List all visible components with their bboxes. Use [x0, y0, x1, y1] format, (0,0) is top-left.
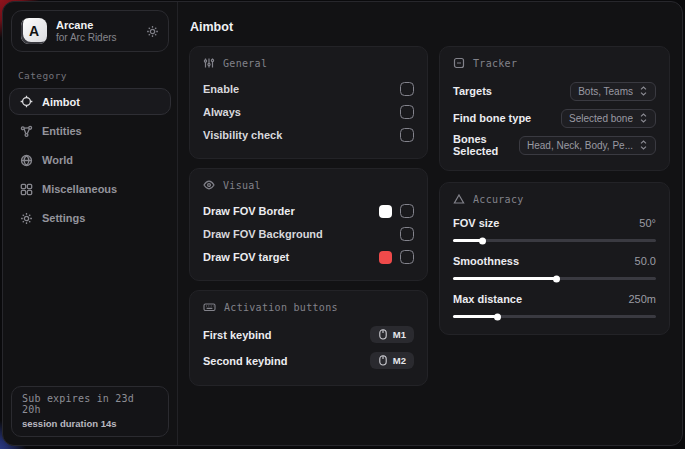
category-label: Category: [18, 70, 177, 81]
visual-section: Visual Draw FOV Border Draw FOV Backgrou…: [189, 168, 428, 281]
sidebar-item-label: Aimbot: [42, 96, 80, 108]
sidebar-item-label: Settings: [42, 212, 85, 224]
setting-label: Bones Selected: [453, 133, 519, 157]
brand-subtitle: for Arc Riders: [56, 32, 137, 44]
setting-label: Smoothness: [453, 255, 519, 267]
mouse-icon: [378, 329, 388, 340]
setting-row-find-bone-type: Find bone type Selected bone: [453, 105, 656, 131]
setting-row-first-keybind: First keybind M1: [203, 322, 414, 347]
setting-label: Targets: [453, 85, 492, 97]
gear-icon[interactable]: [146, 25, 159, 38]
setting-label: First keybind: [203, 329, 271, 341]
chevron-up-down-icon: [639, 140, 648, 150]
dropdown-value: Head, Neck, Body, Pe...: [527, 140, 633, 151]
slider-thumb[interactable]: [553, 275, 560, 282]
sidebar-item-label: World: [42, 154, 73, 166]
setting-label: Visibility check: [203, 129, 282, 141]
section-title: Tracker: [473, 58, 517, 69]
setting-label: Find bone type: [453, 112, 531, 124]
fov-size-slider[interactable]: [453, 239, 656, 242]
setting-row-enable: Enable: [203, 78, 414, 100]
sidebar: A Arcane for Arc Riders Category: [3, 2, 178, 445]
section-title: Activation buttons: [224, 302, 338, 313]
sidebar-item-label: Entities: [42, 125, 82, 137]
globe-icon: [20, 154, 33, 167]
enable-checkbox[interactable]: [400, 82, 414, 96]
app-window: A Arcane for Arc Riders Category: [2, 1, 683, 446]
slider-value: 250m: [628, 293, 656, 305]
fov-target-checkbox[interactable]: [400, 250, 414, 264]
setting-row-fov-background: Draw FOV Background: [203, 223, 414, 245]
setting-label: Draw FOV Background: [203, 228, 323, 240]
brand-card: A Arcane for Arc Riders: [11, 10, 169, 52]
setting-row-targets: Targets Bots, Teams: [453, 78, 656, 104]
sidebar-nav: Aimbot Entities World: [3, 88, 177, 234]
max-distance-slider-group: Max distance 250m: [453, 290, 656, 318]
sidebar-item-entities[interactable]: Entities: [9, 118, 171, 144]
smoothness-slider[interactable]: [453, 277, 656, 280]
grid-icon: [20, 183, 33, 196]
second-keybind-button[interactable]: M2: [370, 352, 414, 369]
first-keybind-button[interactable]: M1: [370, 326, 414, 343]
accuracy-section: Accuracy FOV size 50°: [439, 182, 670, 335]
mouse-icon: [378, 355, 388, 366]
triangle-icon: [453, 193, 465, 205]
bones-selected-dropdown[interactable]: Head, Neck, Body, Pe...: [519, 136, 656, 155]
setting-row-second-keybind: Second keybind M2: [203, 348, 414, 373]
chevron-up-down-icon: [639, 86, 648, 96]
sliders-icon: [203, 57, 215, 69]
setting-row-always: Always: [203, 101, 414, 123]
section-title: Visual: [223, 180, 261, 191]
setting-row-bones-selected: Bones Selected Head, Neck, Body, Pe...: [453, 132, 656, 158]
brand-name: Arcane: [56, 19, 137, 32]
fov-background-checkbox[interactable]: [400, 227, 414, 241]
sidebar-item-miscellaneous[interactable]: Miscellaneous: [9, 176, 171, 202]
subscription-card: Sub expires in 23d 20h session duration …: [11, 386, 169, 437]
color-swatch-red[interactable]: [379, 251, 392, 264]
keyboard-icon: [203, 301, 216, 313]
sidebar-item-aimbot[interactable]: Aimbot: [9, 88, 171, 115]
activation-section: Activation buttons First keybind M1: [189, 290, 428, 386]
always-checkbox[interactable]: [400, 105, 414, 119]
max-distance-slider[interactable]: [453, 315, 656, 318]
fov-border-checkbox[interactable]: [400, 204, 414, 218]
setting-label: Draw FOV target: [203, 251, 289, 263]
setting-label: FOV size: [453, 217, 499, 229]
chevron-up-down-icon: [639, 113, 648, 123]
crosshair-icon: [20, 95, 33, 108]
main-content: Aimbot General: [178, 2, 682, 445]
setting-label: Always: [203, 106, 241, 118]
setting-label: Second keybind: [203, 355, 287, 367]
fov-size-slider-group: FOV size 50°: [453, 214, 656, 242]
sidebar-item-world[interactable]: World: [9, 147, 171, 173]
eye-icon: [203, 179, 215, 191]
setting-row-fov-target: Draw FOV target: [203, 246, 414, 268]
sidebar-item-settings[interactable]: Settings: [9, 205, 171, 231]
slider-thumb[interactable]: [494, 313, 501, 320]
setting-label: Draw FOV Border: [203, 205, 295, 217]
color-swatch-white[interactable]: [379, 205, 392, 218]
session-duration: session duration 14s: [22, 418, 158, 429]
setting-label: Max distance: [453, 293, 522, 305]
dropdown-value: Bots, Teams: [578, 86, 633, 97]
slider-value: 50°: [639, 217, 656, 229]
section-title: Accuracy: [473, 194, 524, 205]
square-minus-icon: [453, 57, 465, 69]
page-title: Aimbot: [190, 20, 670, 34]
brand-logo: A: [21, 18, 47, 44]
visibility-check-checkbox[interactable]: [400, 128, 414, 142]
slider-thumb[interactable]: [479, 237, 486, 244]
tracker-section: Tracker Targets Bots, Teams: [439, 46, 670, 171]
section-title: General: [223, 58, 267, 69]
setting-row-visibility-check: Visibility check: [203, 124, 414, 146]
sidebar-item-label: Miscellaneous: [42, 183, 117, 195]
dropdown-value: Selected bone: [569, 113, 633, 124]
targets-dropdown[interactable]: Bots, Teams: [570, 82, 656, 101]
find-bone-type-dropdown[interactable]: Selected bone: [561, 109, 656, 128]
slider-value: 50.0: [635, 255, 656, 267]
keybind-value: M1: [393, 329, 406, 340]
subscription-expiry: Sub expires in 23d 20h: [22, 393, 158, 415]
settings-gear-icon: [20, 212, 33, 225]
keybind-value: M2: [393, 355, 406, 366]
setting-label: Enable: [203, 83, 239, 95]
